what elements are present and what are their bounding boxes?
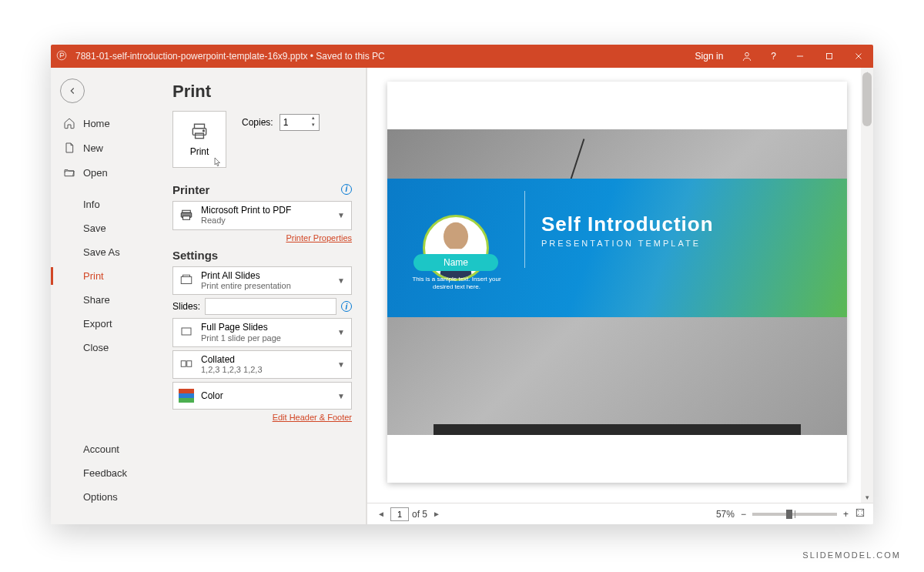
nav-print[interactable]: Print — [51, 264, 159, 288]
app-icon — [51, 50, 72, 63]
nav-home[interactable]: Home — [51, 111, 159, 135]
chevron-down-icon: ▼ — [336, 211, 346, 219]
page-total: of 5 — [412, 509, 427, 520]
svg-rect-6 — [195, 124, 205, 128]
chevron-down-icon: ▼ — [336, 328, 346, 336]
nav-label: Info — [83, 199, 100, 210]
zoom-slider[interactable] — [752, 513, 837, 516]
copies-label: Copies: — [242, 117, 273, 128]
svg-rect-8 — [196, 133, 204, 139]
zoom-in-button[interactable]: + — [843, 509, 849, 520]
slide-title: Self Introduction — [541, 212, 714, 236]
name-pill: Name — [413, 254, 498, 271]
nav-saveas[interactable]: Save As — [51, 240, 159, 264]
backstage-sidebar: Home New Open Info Save Save As Print Sh… — [51, 68, 159, 524]
svg-rect-17 — [187, 360, 192, 366]
scope-sub: Print entire presentation — [201, 281, 330, 291]
page-title: Print — [172, 82, 352, 102]
info-icon[interactable]: i — [341, 184, 352, 195]
divider-line — [524, 191, 525, 268]
scroll-thumb[interactable] — [862, 72, 872, 126]
back-button[interactable] — [60, 79, 85, 103]
svg-point-0 — [57, 51, 66, 60]
preview-page: Name This is a sample text. Insert your … — [387, 82, 847, 483]
nav-feedback[interactable]: Feedback — [51, 461, 159, 485]
nav-label: Share — [83, 294, 110, 306]
svg-point-1 — [745, 52, 749, 56]
layout-dropdown[interactable]: Full Page SlidesPrint 1 slide per page ▼ — [172, 318, 352, 347]
slides-label: Slides: — [172, 301, 200, 312]
svg-point-18 — [444, 222, 468, 251]
watermark: SLIDEMODEL.COM — [802, 550, 901, 560]
collate-sub: 1,2,3 1,2,3 1,2,3 — [201, 365, 330, 375]
print-preview-pane: Name This is a sample text. Insert your … — [367, 68, 873, 524]
avatar — [423, 215, 489, 281]
next-page-button[interactable]: ► — [430, 508, 443, 520]
printer-dropdown[interactable]: Microsoft Print to PDFReady ▼ — [172, 201, 352, 230]
chevron-down-icon: ▼ — [336, 360, 346, 369]
minimize-button[interactable] — [785, 45, 815, 68]
page-icon — [178, 324, 195, 341]
settings-heading: Settings — [172, 249, 352, 262]
sample-text: This is a sample text. Insert your desir… — [409, 276, 504, 290]
fit-to-window-button[interactable] — [855, 507, 865, 520]
slide-banner — [387, 179, 847, 317]
printer-icon — [189, 122, 210, 142]
edit-header-footer-link[interactable]: Edit Header & Footer — [172, 413, 352, 422]
nav-label: Open — [83, 167, 108, 179]
titlebar: 7881-01-self-introduction-powerpoint-tem… — [51, 45, 873, 68]
nav-label: Print — [83, 270, 104, 282]
window-title: 7881-01-self-introduction-powerpoint-tem… — [72, 51, 686, 62]
nav-close[interactable]: Close — [51, 336, 159, 360]
collate-icon — [178, 356, 195, 373]
color-dropdown[interactable]: Color ▼ — [172, 382, 352, 410]
nav-share[interactable]: Share — [51, 288, 159, 312]
nav-account[interactable]: Account — [51, 437, 159, 461]
account-icon[interactable] — [732, 45, 762, 68]
preview-body: Name This is a sample text. Insert your … — [367, 68, 873, 503]
printer-properties-link[interactable]: Printer Properties — [172, 233, 352, 243]
print-button-label: Print — [190, 146, 209, 157]
slides-input[interactable] — [205, 298, 336, 315]
svg-rect-12 — [183, 216, 190, 220]
page-number-input[interactable] — [390, 507, 409, 521]
prev-page-button[interactable]: ◄ — [375, 508, 387, 520]
copies-value: 1 — [283, 117, 289, 128]
layout-sub: Print 1 slide per page — [201, 333, 330, 343]
copies-input[interactable]: 1 ▲▼ — [280, 114, 320, 131]
chevron-down-icon: ▼ — [336, 392, 346, 400]
nav-label: Feedback — [83, 467, 127, 479]
help-icon[interactable]: ? — [762, 45, 785, 68]
printer-device-icon — [178, 207, 195, 224]
close-button[interactable] — [844, 45, 873, 68]
spin-up-icon[interactable]: ▲ — [310, 115, 317, 122]
scroll-down-icon[interactable]: ▾ — [861, 493, 873, 501]
nav-options[interactable]: Options — [51, 485, 159, 509]
print-scope-dropdown[interactable]: Print All SlidesPrint entire presentatio… — [172, 266, 352, 296]
signin-button[interactable]: Sign in — [686, 45, 733, 68]
home-icon — [63, 117, 75, 129]
nav-label: Home — [83, 118, 110, 129]
collate-dropdown[interactable]: Collated1,2,3 1,2,3 1,2,3 ▼ — [172, 350, 352, 380]
nav-open[interactable]: Open — [51, 160, 159, 185]
nav-new[interactable]: New — [51, 135, 159, 160]
color-icon — [178, 387, 195, 404]
vertical-scrollbar[interactable]: ▴ ▾ — [861, 68, 873, 503]
svg-rect-15 — [182, 328, 191, 335]
zoom-out-button[interactable]: − — [741, 509, 746, 520]
nav-export[interactable]: Export — [51, 312, 159, 336]
nav-label: Options — [83, 491, 118, 503]
nav-save[interactable]: Save — [51, 216, 159, 240]
nav-info[interactable]: Info — [51, 192, 159, 216]
info-icon[interactable]: i — [341, 301, 352, 312]
svg-rect-13 — [181, 277, 192, 284]
new-icon — [63, 142, 75, 154]
printer-name: Microsoft Print to PDF — [201, 205, 330, 216]
nav-label: Save As — [83, 246, 120, 258]
slides-icon — [178, 272, 195, 289]
spin-down-icon[interactable]: ▼ — [310, 122, 317, 129]
color-title: Color — [201, 390, 330, 401]
print-button[interactable]: Print — [172, 111, 226, 168]
maximize-button[interactable] — [815, 45, 844, 68]
app-window: 7881-01-self-introduction-powerpoint-tem… — [51, 45, 873, 524]
